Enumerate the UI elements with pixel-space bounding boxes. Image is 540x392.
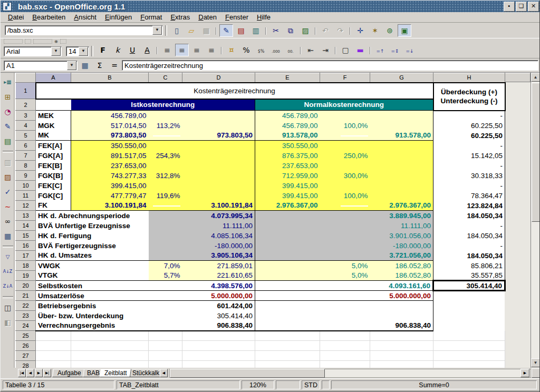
cell-empty-28-4[interactable] — [255, 361, 320, 368]
column-header-C[interactable]: C — [149, 73, 182, 83]
format-standard-button[interactable]: $% — [254, 45, 268, 58]
cell-b12[interactable]: 3.100.191,84 — [71, 201, 149, 211]
cell-c15[interactable] — [149, 231, 182, 241]
cell-f11[interactable]: 100,0% — [320, 191, 370, 201]
insert-cells-button[interactable]: ⊞ — [1, 90, 15, 104]
cell-c14[interactable] — [149, 221, 182, 231]
add-decimal-button[interactable]: .000 — [269, 46, 283, 58]
zoom-level[interactable]: 120% — [242, 380, 274, 389]
row-header-16[interactable]: 16 — [16, 241, 36, 251]
row-header-8[interactable]: 8 — [16, 161, 36, 171]
navigator-button[interactable]: ✛ — [353, 24, 367, 37]
row-header-24[interactable]: 24 — [16, 321, 36, 331]
split-window-button[interactable]: ◫ — [1, 301, 15, 315]
row-header-18[interactable]: 18 — [16, 261, 36, 271]
restore-button[interactable]: ❏ — [516, 2, 527, 12]
cell-d7[interactable] — [182, 151, 255, 161]
cell-f24[interactable] — [320, 321, 370, 331]
italic-button[interactable]: k — [111, 44, 124, 56]
cell-label-15[interactable]: HK d. Fertigung — [36, 231, 149, 241]
cell-g15[interactable]: 3.901.056,00 — [370, 231, 433, 241]
equals-button[interactable]: = — [108, 59, 121, 72]
row-header-4[interactable]: 4 — [16, 121, 36, 131]
open-button[interactable]: ▱ — [185, 24, 198, 37]
cell-d18[interactable]: 271.859,01 — [182, 261, 255, 271]
column-header-E[interactable]: E — [255, 73, 320, 83]
cell-h7[interactable]: 15.142,05 — [433, 151, 505, 161]
url-dropdown-icon[interactable]: ▼ — [152, 26, 162, 35]
cell-empty-28-0[interactable] — [36, 361, 71, 368]
edit-file-button[interactable]: ✎ — [219, 24, 233, 37]
cell-h-header[interactable]: Überdeckung (+)Unterdeckung (-) — [433, 83, 505, 111]
cell-g19[interactable]: 186.052,80 — [370, 271, 433, 281]
cell-e24[interactable] — [255, 321, 320, 331]
cell-f8[interactable] — [320, 161, 370, 171]
cell-c10[interactable] — [149, 181, 182, 191]
cell-f15[interactable] — [320, 231, 370, 241]
previous-sheet-button[interactable]: ◀ — [26, 369, 34, 377]
cell-e14[interactable] — [255, 221, 320, 231]
cell-d11[interactable] — [182, 191, 255, 201]
cell-h15[interactable]: 184.050,34 — [433, 231, 505, 241]
cell-c13[interactable] — [149, 211, 182, 221]
row-header-20[interactable]: 20 — [16, 281, 36, 291]
cell-e15[interactable] — [255, 231, 320, 241]
close-button[interactable]: ✕ — [528, 2, 539, 12]
cell-h18[interactable]: 85.806,21 — [433, 261, 505, 271]
cell-label-11[interactable]: FGK[C] — [36, 191, 71, 201]
menu-daten[interactable]: Daten — [194, 13, 221, 22]
cell-g20[interactable]: 4.093.161,60 — [370, 281, 433, 291]
sheet-position[interactable]: Tabelle 3 / 15 — [3, 380, 114, 389]
autospellcheck-button[interactable]: ∼ — [1, 200, 15, 213]
hyperlink-button[interactable]: ⊚ — [383, 24, 397, 37]
cell-header-istkosten[interactable]: Istkostenrechnung — [71, 99, 255, 111]
cell-g14[interactable]: 11.111,00 — [370, 221, 433, 231]
cell-e3[interactable]: 456.789,00 — [255, 111, 320, 121]
sum-field[interactable]: Summe=0 — [331, 380, 537, 389]
cell-e8[interactable]: 237.653,00 — [255, 161, 320, 171]
cell-empty-25-7[interactable] — [433, 331, 505, 341]
menu-fenster[interactable]: Fenster — [221, 13, 253, 22]
cell-f19[interactable]: 5,0% — [320, 271, 370, 281]
cell-b3[interactable]: 456.789,00 — [71, 111, 149, 121]
cell-empty-25-5[interactable] — [320, 331, 370, 341]
cell-e12[interactable]: 2.976.367,00 — [255, 201, 320, 211]
cell-f12[interactable] — [320, 201, 370, 211]
cell-empty-26-6[interactable] — [370, 341, 433, 351]
name-box-dropdown-icon[interactable]: ▼ — [67, 61, 76, 70]
cell-label-20[interactable]: Selbstkosten — [36, 281, 149, 291]
cell-label-8[interactable]: FEK[B] — [36, 161, 71, 171]
column-header-F[interactable]: F — [320, 73, 370, 83]
decrease-indent-button[interactable]: ⇤ — [304, 44, 317, 56]
cell-e11[interactable]: 399.415,00 — [255, 191, 320, 201]
cell-e23[interactable] — [255, 311, 320, 321]
cell-empty-25-3[interactable] — [182, 331, 255, 341]
row-header-12[interactable]: 12 — [16, 201, 36, 211]
font-size-value[interactable]: 14 — [66, 47, 79, 55]
scroll-up-icon[interactable]: ▲ — [531, 73, 540, 82]
cell-e19[interactable] — [255, 271, 320, 281]
cell-g22[interactable] — [370, 301, 433, 311]
cell-empty-27-4[interactable] — [255, 351, 320, 361]
cell-empty-25-0[interactable] — [36, 331, 71, 341]
cell-f10[interactable] — [320, 181, 370, 191]
form-controls-button[interactable]: ▤ — [1, 134, 15, 148]
menu-ansicht[interactable]: Ansicht — [70, 13, 101, 22]
cell-empty-26-4[interactable] — [255, 341, 320, 351]
menu-datei[interactable]: Datei — [4, 13, 28, 22]
formula-input-value[interactable]: Kostenträgerzeitrechnung — [122, 62, 538, 70]
column-header-D[interactable]: D — [182, 73, 255, 83]
page-style-field[interactable] — [276, 380, 300, 389]
underline-button[interactable]: U — [126, 44, 139, 56]
background-color-button[interactable]: ▬ — [353, 44, 367, 56]
cell-empty-26-7[interactable] — [433, 341, 505, 351]
cell-c18[interactable]: 7,0% — [149, 261, 182, 271]
cell-f22[interactable] — [320, 301, 370, 311]
cell-d19[interactable]: 221.610,65 — [182, 271, 255, 281]
cell-b10[interactable]: 399.415,00 — [71, 181, 149, 191]
row-header-13[interactable]: 13 — [16, 211, 36, 221]
spreadsheet-grid[interactable]: ABCDEFGH1KostenträgerzeitrechnungÜberdec… — [15, 73, 531, 368]
cell-c17[interactable] — [149, 251, 182, 261]
cell-g5[interactable]: 913.578,00 — [370, 131, 433, 141]
cell-d12[interactable]: 3.100.191,84 — [182, 201, 255, 211]
